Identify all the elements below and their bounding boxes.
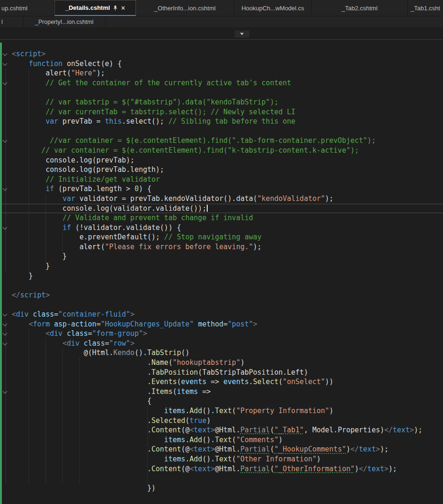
code-line[interactable]: console.log(prevTab.length);: [0, 165, 443, 175]
code-line[interactable]: [0, 300, 443, 310]
code-line[interactable]: <div class="container-fluid">: [0, 310, 443, 319]
current-code-line[interactable]: console.log(validator.validate());: [0, 204, 443, 214]
code-line[interactable]: items.Add().Text("Other Information"): [0, 454, 443, 464]
close-icon[interactable]: ×: [121, 5, 125, 11]
code-token: // var tabstrip = $("#tabstrip").data("k…: [45, 98, 278, 106]
code-token: [12, 108, 45, 116]
document-tab[interactable]: _OtherInfo...ion.cshtml: [136, 0, 234, 16]
code-text: var prevTab = this.select(); // Sibling …: [12, 117, 295, 126]
code-text: alert("Please fix errors before leaving.…: [12, 242, 262, 252]
document-tab[interactable]: l: [0, 16, 23, 28]
code-line[interactable]: // var container = $(e.contentElement).f…: [0, 146, 443, 156]
code-line[interactable]: [0, 474, 443, 483]
code-line[interactable]: var prevTab = this.select(); // Sibling …: [0, 117, 443, 126]
code-token: // var currentTab = tabstrip.select(); /…: [45, 108, 295, 116]
code-line[interactable]: // Get the container of the currently ac…: [0, 78, 443, 88]
code-token: (prevTab.length >: [54, 185, 135, 193]
code-line[interactable]: .Content(@<text>@Html.Partial("_Tab1", M…: [0, 425, 443, 435]
tab-label: _Tab2.cshtml: [342, 5, 378, 12]
code-line[interactable]: [0, 126, 443, 136]
code-line[interactable]: //var container = $(e.contentElement).fi…: [0, 136, 443, 146]
code-line[interactable]: // Initialize/get validator: [0, 175, 443, 185]
pin-icon[interactable]: [113, 5, 118, 11]
code-token: [12, 185, 45, 193]
document-tab[interactable]: up.cshtml: [0, 0, 54, 16]
code-text: // var container = $(e.contentElement).f…: [12, 146, 359, 156]
code-line[interactable]: .Items(items =>: [0, 387, 443, 397]
code-line[interactable]: <div class="form-group">: [0, 329, 443, 339]
document-tab[interactable]: _Tab1.csht: [408, 0, 443, 16]
code-token: <: [45, 329, 50, 338]
document-tab[interactable]: _Tab2.cshtml: [312, 0, 408, 16]
code-line[interactable]: // var tabstrip = $("#tabstrip").data("k…: [0, 97, 443, 107]
collapse-toggle-button[interactable]: [234, 30, 249, 37]
code-line[interactable]: alert("Here");: [0, 68, 443, 78]
code-line[interactable]: function onSelect(e) {: [0, 59, 443, 69]
code-text: if (!validator.validate()) {: [12, 223, 181, 233]
code-token: </: [359, 465, 368, 473]
code-token: =: [105, 339, 109, 348]
code-token: this: [105, 117, 122, 126]
code-token: .: [12, 387, 151, 396]
code-text: items.Add().Text("Property Information"): [12, 406, 333, 416]
code-token: ): [240, 358, 245, 367]
code-line[interactable]: }): [0, 483, 443, 493]
code-text: items.Add().Text("Comments"): [12, 435, 283, 445]
code-line[interactable]: if (!validator.validate()) {: [0, 223, 443, 233]
code-token: Select: [253, 378, 278, 386]
code-token: ): [355, 465, 359, 473]
code-line[interactable]: }: [0, 261, 443, 271]
code-line[interactable]: var validator = prevTab.kendoValidator()…: [0, 194, 443, 204]
code-token: "hookuptabstrip": [173, 358, 240, 367]
code-token: [12, 407, 164, 415]
vs-window: up.cshtml_Details.cshtml×_OtherInfo...io…: [0, 0, 443, 504]
code-line[interactable]: }: [0, 271, 443, 281]
code-editor[interactable]: <script> function onSelect(e) { alert("H…: [0, 40, 443, 504]
code-line[interactable]: e.preventDefault(); // Stop navigating a…: [0, 232, 443, 242]
code-token: Selected: [151, 416, 185, 425]
document-tab[interactable]: HookupCh...wModel.cs: [234, 0, 312, 16]
code-line[interactable]: .Content(@<text>@Html.Partial("_HookupCo…: [0, 445, 443, 454]
code-text: <form asp-action="HookupCharges_Update" …: [12, 319, 257, 329]
code-token: [12, 175, 45, 184]
code-token: <: [189, 445, 194, 453]
code-token: "Other Information": [236, 455, 317, 463]
code-token: )): [325, 378, 333, 386]
code-line[interactable]: .Selected(true): [0, 416, 443, 426]
code-token: [12, 136, 50, 145]
code-line[interactable]: {: [0, 396, 443, 406]
code-token: Content: [151, 426, 181, 434]
code-token: Content: [151, 465, 181, 473]
code-line[interactable]: .Events(events => events.Select("onSelec…: [0, 377, 443, 387]
code-text: items.Add().Text("Other Information"): [12, 454, 321, 464]
code-line[interactable]: [0, 281, 443, 290]
code-text: }: [12, 252, 67, 261]
code-line[interactable]: <div class="row">: [0, 339, 443, 348]
code-line[interactable]: items.Add().Text("Property Information"): [0, 406, 443, 416]
code-line[interactable]: </script>: [0, 290, 443, 300]
code-line[interactable]: // var currentTab = tabstrip.select(); /…: [0, 107, 443, 117]
code-line[interactable]: <script>: [0, 49, 443, 59]
code-token: }: [12, 272, 33, 280]
code-line[interactable]: @(Html.Kendo().TabStrip(): [0, 348, 443, 358]
code-token: events: [181, 378, 206, 386]
code-token: // Validate and prevent tab change if in…: [62, 214, 253, 222]
code-text: var validator = prevTab.kendoValidator()…: [12, 194, 333, 204]
code-token: "HookupCharges_Update": [101, 320, 194, 328]
code-line[interactable]: .Content(@<text>@Html.Partial("_OtherInf…: [0, 464, 443, 474]
code-line[interactable]: alert("Please fix errors before leaving.…: [0, 242, 443, 252]
code-line[interactable]: <form asp-action="HookupCharges_Update" …: [0, 319, 443, 329]
code-token: [29, 310, 33, 319]
code-token: "post": [228, 320, 253, 328]
code-line[interactable]: if (prevTab.length > 0) {: [0, 184, 443, 194]
code-line[interactable]: console.log(prevTab);: [0, 156, 443, 165]
code-line[interactable]: items.Add().Text("Comments"): [0, 435, 443, 445]
code-line[interactable]: [0, 88, 443, 97]
code-line[interactable]: }: [0, 252, 443, 261]
code-token: (: [232, 436, 236, 444]
document-tab[interactable]: _PropertyI...ion.cshtml: [23, 16, 105, 28]
code-line[interactable]: .Name("hookuptabstrip"): [0, 358, 443, 368]
document-tab[interactable]: _Details.cshtml×: [54, 0, 136, 16]
code-line[interactable]: .TabPosition(TabStripTabPosition.Left): [0, 368, 443, 378]
code-line[interactable]: // Validate and prevent tab change if in…: [0, 213, 443, 223]
